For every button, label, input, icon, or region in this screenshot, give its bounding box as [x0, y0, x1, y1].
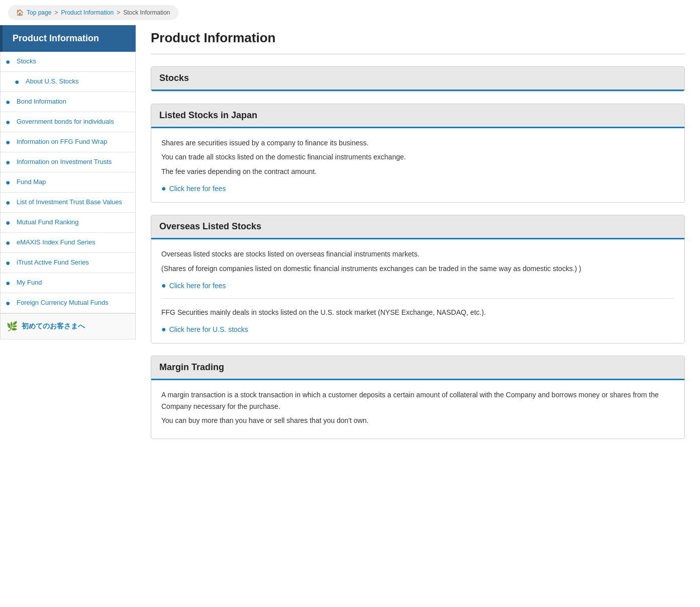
fees-link-1-container: ● Click here for fees [161, 184, 674, 193]
sidebar-item-ffg-fund-wrap[interactable]: ● Information on FFG Fund Wrap [1, 132, 135, 152]
breadcrumb: 🏠 Top page > Product Information > Stock… [8, 5, 178, 20]
sidebar-nav: ● Stocks ● About U.S. Stocks ● Bond Info… [0, 52, 136, 314]
sidebar-link-fund-map[interactable]: Fund Map [17, 178, 46, 187]
breadcrumb-home[interactable]: Top page [27, 9, 51, 16]
bullet-icon: ● [15, 77, 23, 86]
page-title-divider [151, 54, 685, 54]
main-content: Product Information Stocks Listed Stocks… [136, 25, 700, 466]
home-icon: 🏠 [16, 9, 24, 16]
stocks-section-title: Stocks [159, 73, 676, 83]
breadcrumb-product-info[interactable]: Product Information [61, 9, 114, 16]
stocks-section-header: Stocks [151, 67, 684, 91]
margin-trading-header: Margin Trading [151, 356, 684, 380]
sidebar-item-itrust[interactable]: ● iTrust Active Fund Series [1, 253, 135, 273]
sidebar-link-stocks[interactable]: Stocks [17, 57, 36, 66]
bullet-icon: ● [6, 218, 14, 227]
bullet-icon: ● [6, 98, 14, 107]
us-stocks-link-bullet: ● [161, 325, 166, 334]
sidebar-link-new-customer[interactable]: 初めてのお客さまへ [22, 322, 85, 331]
breadcrumb-current: Stock Information [123, 9, 170, 16]
overseas-listed-card: Overseas Listed Stocks Overseas listed s… [151, 215, 685, 343]
bullet-icon: ● [6, 178, 14, 187]
margin-trading-card: Margin Trading A margin transaction is a… [151, 356, 685, 439]
sidebar-item-stocks[interactable]: ● Stocks [1, 52, 135, 72]
bullet-icon: ● [6, 299, 14, 308]
overseas-listed-title: Overseas Listed Stocks [159, 221, 676, 232]
sidebar-item-investment-trusts[interactable]: ● Information on Investment Trusts [1, 152, 135, 172]
listed-stocks-p1: Shares are securities issued by a compan… [161, 137, 674, 148]
bullet-icon: ● [6, 118, 14, 127]
sidebar-item-emaxis[interactable]: ● eMAXIS Index Fund Series [1, 233, 135, 253]
fees-link-2[interactable]: Click here for fees [169, 282, 226, 290]
sidebar-title: Product Information [0, 25, 136, 52]
us-stocks-link-container: ● Click here for U.S. stocks [161, 325, 674, 334]
bullet-icon: ● [6, 138, 14, 147]
us-stocks-link[interactable]: Click here for U.S. stocks [169, 325, 248, 333]
sidebar-item-my-fund[interactable]: ● My Fund [1, 273, 135, 293]
overseas-listed-body: Overseas listed stocks are stocks listed… [151, 239, 684, 343]
sidebar-link-ffg-fund-wrap[interactable]: Information on FFG Fund Wrap [17, 137, 107, 146]
sidebar-link-investment-trusts[interactable]: Information on Investment Trusts [17, 157, 112, 166]
margin-trading-title: Margin Trading [159, 362, 676, 373]
sidebar-link-us-stocks[interactable]: About U.S. Stocks [26, 77, 79, 86]
breadcrumb-sep2: > [117, 9, 120, 16]
sidebar-item-foreign-mutual[interactable]: ● Foreign Currency Mutual Funds [1, 293, 135, 313]
page-title: Product Information [151, 30, 685, 46]
sidebar-item-fund-map[interactable]: ● Fund Map [1, 172, 135, 193]
overseas-listed-header: Overseas Listed Stocks [151, 215, 684, 239]
bullet-icon: ● [6, 258, 14, 268]
listed-stocks-japan-header: Listed Stocks in Japan [151, 104, 684, 128]
sidebar-link-foreign-mutual[interactable]: Foreign Currency Mutual Funds [17, 298, 109, 307]
margin-p1: A margin transaction is a stock transact… [161, 389, 674, 412]
margin-trading-body: A margin transaction is a stock transact… [151, 380, 684, 438]
sidebar-item-bond-info[interactable]: ● Bond Information [1, 92, 135, 112]
overseas-p1: Overseas listed stocks are stocks listed… [161, 248, 674, 259]
sidebar-item-mutual-fund-ranking[interactable]: ● Mutual Fund Ranking [1, 213, 135, 233]
listed-stocks-p2: You can trade all stocks listed on the d… [161, 151, 674, 162]
margin-p2: You can buy more than you have or sell s… [161, 415, 674, 426]
overseas-p2: (Shares of foreign companies listed on d… [161, 263, 674, 274]
sidebar-bottom-new-customer[interactable]: 🌿 初めてのお客さまへ [0, 314, 136, 339]
bullet-icon: ● [6, 57, 14, 66]
sidebar-link-itrust[interactable]: iTrust Active Fund Series [17, 258, 89, 267]
fees-link-2-bullet: ● [161, 281, 166, 290]
sidebar-link-my-fund[interactable]: My Fund [17, 278, 42, 287]
listed-stocks-p3: The fee varies depending on the contract… [161, 166, 674, 177]
sidebar: Product Information ● Stocks ● About U.S… [0, 25, 136, 466]
sidebar-item-us-stocks[interactable]: ● About U.S. Stocks [1, 72, 135, 92]
leaf-icon: 🌿 [7, 321, 18, 332]
overseas-extra-p1: FFG Securities mainly deals in stocks li… [161, 307, 674, 318]
sidebar-link-investment-trust-base[interactable]: List of Investment Trust Base Values [17, 198, 122, 207]
bullet-icon: ● [6, 238, 14, 247]
listed-stocks-japan-title: Listed Stocks in Japan [159, 110, 676, 121]
sidebar-link-bond-info[interactable]: Bond Information [17, 97, 66, 106]
sidebar-item-govt-bonds[interactable]: ● Government bonds for individuals [1, 112, 135, 132]
sidebar-link-emaxis[interactable]: eMAXIS Index Fund Series [17, 238, 95, 247]
fees-link-1-bullet: ● [161, 184, 166, 193]
sidebar-item-investment-trust-base[interactable]: ● List of Investment Trust Base Values [1, 193, 135, 213]
stocks-outer-section: Stocks [151, 66, 685, 92]
sidebar-link-govt-bonds[interactable]: Government bonds for individuals [17, 117, 114, 126]
fees-link-1[interactable]: Click here for fees [169, 185, 226, 193]
sidebar-link-mutual-fund-ranking[interactable]: Mutual Fund Ranking [17, 218, 79, 227]
bullet-icon: ● [6, 279, 14, 288]
fees-link-2-container: ● Click here for fees [161, 281, 674, 290]
breadcrumb-sep1: > [54, 9, 58, 16]
listed-stocks-japan-body: Shares are securities issued by a compan… [151, 128, 684, 202]
listed-stocks-japan-card: Listed Stocks in Japan Shares are securi… [151, 104, 685, 203]
bullet-icon: ● [6, 158, 14, 167]
bullet-icon: ● [6, 198, 14, 207]
overseas-divider [161, 298, 674, 299]
